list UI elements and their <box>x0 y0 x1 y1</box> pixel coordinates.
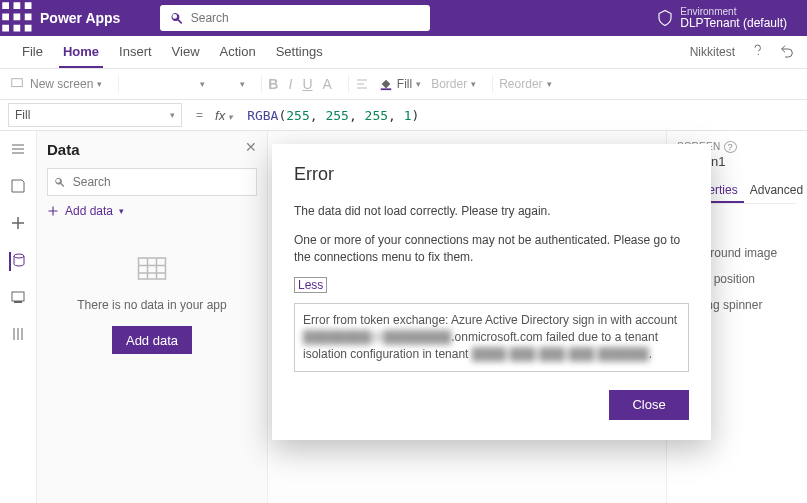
tab-action[interactable]: Action <box>210 36 266 68</box>
empty-state-text: There is no data in your app <box>77 298 226 312</box>
data-panel: Data ✕ Add data ▾ There is no data in yo… <box>37 131 268 503</box>
svg-rect-6 <box>2 25 9 32</box>
media-icon[interactable] <box>10 289 26 308</box>
add-data-link-label: Add data <box>65 204 113 218</box>
redacted-account: ████████@████████ <box>303 330 451 344</box>
error-detail-box[interactable]: Error from token exchange: Azure Active … <box>294 303 689 371</box>
error-dialog: Error The data did not load correctly. P… <box>272 144 711 440</box>
insert-icon[interactable] <box>10 178 26 197</box>
redacted-tenant: ████-███-███-███ ██████ <box>472 347 649 361</box>
plus-icon <box>47 205 59 217</box>
environment-name: DLPTenant (default) <box>680 17 787 30</box>
fill-button[interactable]: Fill ▾ <box>379 77 421 91</box>
svg-rect-10 <box>12 79 23 87</box>
info-icon[interactable]: ? <box>724 141 737 153</box>
less-toggle[interactable]: Less <box>294 277 327 293</box>
align-button[interactable] <box>355 77 369 91</box>
tab-settings[interactable]: Settings <box>266 36 333 68</box>
new-screen-button[interactable]: New screen ▾ <box>10 77 102 91</box>
italic-button[interactable]: I <box>288 76 292 92</box>
svg-rect-3 <box>2 14 9 21</box>
formula-input[interactable]: RGBA(255, 255, 255, 1) <box>239 108 807 123</box>
fill-icon <box>379 77 393 91</box>
tools-icon[interactable] <box>10 326 26 345</box>
tab-advanced[interactable]: Advanced <box>744 179 807 203</box>
app-launcher-icon[interactable] <box>0 0 36 36</box>
svg-rect-0 <box>2 2 9 9</box>
global-search <box>160 5 430 31</box>
error-line-2: One or more of your connections may not … <box>294 232 689 266</box>
title-bar: Power Apps Environment DLPTenant (defaul… <box>0 0 807 36</box>
align-icon <box>355 77 369 91</box>
svg-rect-13 <box>12 292 24 301</box>
svg-point-9 <box>758 53 759 54</box>
environment-picker[interactable]: Environment DLPTenant (default) <box>656 6 787 30</box>
add-icon[interactable] <box>10 215 26 234</box>
font-dropdown[interactable]: ▾ <box>125 79 205 89</box>
formula-bar: Fill ▾ = fx▾ RGBA(255, 255, 255, 1) <box>0 100 807 131</box>
chevron-down-icon: ▾ <box>416 79 421 89</box>
svg-rect-11 <box>381 88 392 90</box>
add-data-button[interactable]: Add data <box>112 326 192 354</box>
font-size-dropdown[interactable]: ▾ <box>215 79 245 89</box>
formula-equals: = <box>196 108 203 122</box>
tab-insert[interactable]: Insert <box>109 36 162 68</box>
bold-button[interactable]: B <box>268 76 278 92</box>
svg-rect-1 <box>14 2 21 9</box>
tab-file[interactable]: File <box>12 36 53 68</box>
chevron-down-icon: ▾ <box>170 110 175 120</box>
chevron-down-icon: ▾ <box>471 79 476 89</box>
error-line-1: The data did not load correctly. Please … <box>294 203 689 220</box>
brand-title: Power Apps <box>40 10 150 26</box>
reorder-label: Reorder <box>499 77 542 91</box>
error-detail-text: Error from token exchange: Azure Active … <box>303 313 677 327</box>
svg-rect-2 <box>25 2 32 9</box>
property-selector[interactable]: Fill ▾ <box>8 103 182 127</box>
chevron-down-icon: ▾ <box>547 79 552 89</box>
tab-view[interactable]: View <box>162 36 210 68</box>
reorder-button[interactable]: Reorder ▾ <box>499 77 551 91</box>
underline-button[interactable]: U <box>302 76 312 92</box>
fx-label[interactable]: fx▾ <box>215 108 233 123</box>
search-input[interactable] <box>189 10 420 26</box>
new-screen-icon <box>10 77 24 91</box>
data-icon[interactable] <box>9 252 27 271</box>
fill-label: Fill <box>397 77 412 91</box>
data-empty-state: There is no data in your app Add data <box>47 232 257 498</box>
undo-icon[interactable] <box>779 43 795 62</box>
property-selector-value: Fill <box>15 108 30 122</box>
ribbon: New screen ▾ ▾ ▾ B I U A Fill ▾ Border ▾… <box>0 69 807 100</box>
environment-label: Environment <box>680 6 787 17</box>
svg-rect-15 <box>139 258 166 279</box>
tab-home[interactable]: Home <box>53 36 109 68</box>
checker-icon[interactable] <box>749 43 765 62</box>
left-rail <box>0 131 37 503</box>
border-label: Border <box>431 77 467 91</box>
environment-icon <box>656 9 674 27</box>
command-bar: File Home Insert View Action Settings Ni… <box>0 36 807 69</box>
search-icon <box>170 11 183 25</box>
svg-rect-4 <box>14 14 21 21</box>
tree-view-icon[interactable] <box>10 141 26 160</box>
chevron-down-icon: ▾ <box>97 79 102 89</box>
data-search-input[interactable] <box>71 174 250 190</box>
svg-rect-14 <box>14 301 22 303</box>
close-icon[interactable]: ✕ <box>245 139 257 155</box>
new-screen-label: New screen <box>30 77 93 91</box>
border-button[interactable]: Border ▾ <box>431 77 476 91</box>
font-color-button[interactable]: A <box>323 76 332 92</box>
add-data-link[interactable]: Add data ▾ <box>47 204 257 218</box>
svg-rect-5 <box>25 14 32 21</box>
chevron-down-icon: ▾ <box>119 206 124 216</box>
table-icon <box>134 252 170 288</box>
svg-point-12 <box>14 254 24 258</box>
data-search[interactable] <box>47 168 257 196</box>
search-input-container[interactable] <box>160 5 430 31</box>
signed-in-user: Nikkitest <box>690 45 735 59</box>
svg-rect-7 <box>14 25 21 32</box>
svg-rect-8 <box>25 25 32 32</box>
data-panel-title: Data <box>47 141 257 158</box>
search-icon <box>54 176 65 188</box>
error-title: Error <box>294 164 689 185</box>
close-button[interactable]: Close <box>609 390 689 420</box>
